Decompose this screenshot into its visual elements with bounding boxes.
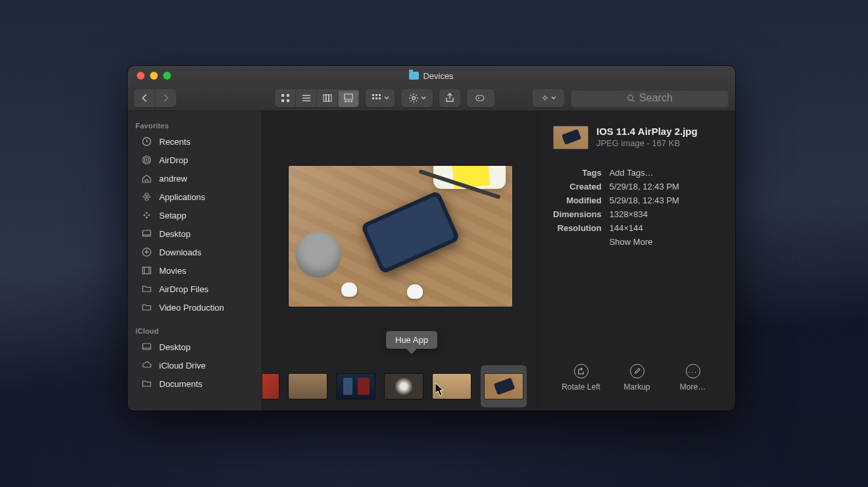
forward-button[interactable]: [155, 90, 176, 107]
sidebar: Favorites Recents AirDrop andrew Applica…: [128, 111, 262, 411]
sidebar-item-label: Recents: [159, 137, 191, 147]
action-button[interactable]: [401, 90, 433, 107]
sidebar-item-video-production[interactable]: Video Production: [128, 298, 262, 317]
svg-rect-10: [345, 94, 352, 99]
sidebar-item-icloud-drive[interactable]: iCloud Drive: [128, 356, 262, 374]
svg-rect-29: [143, 230, 151, 236]
preview-image[interactable]: [289, 166, 512, 307]
svg-rect-21: [476, 95, 484, 101]
share-icon: [445, 93, 455, 103]
chevron-down-icon: [384, 95, 389, 101]
back-button[interactable]: [134, 90, 155, 107]
sidebar-item-icloud-desktop[interactable]: Desktop: [128, 338, 262, 356]
add-tags-field[interactable]: Add Tags…: [610, 168, 721, 178]
clock-icon: [141, 136, 153, 147]
more-actions-button[interactable]: ··· More…: [667, 364, 719, 392]
sidebar-item-home[interactable]: andrew: [128, 169, 262, 188]
sidebar-item-downloads[interactable]: Downloads: [128, 243, 262, 261]
rotate-left-button[interactable]: Rotate Left: [555, 364, 608, 392]
svg-point-20: [412, 97, 415, 100]
search-field[interactable]: Search: [571, 90, 729, 107]
meta-label-dimensions: Dimensions: [553, 209, 602, 219]
arrange-icon: [372, 93, 382, 103]
icon-view-icon: [280, 93, 291, 103]
sidebar-item-applications[interactable]: Applications: [128, 188, 262, 206]
show-more-button[interactable]: Show More: [610, 237, 721, 247]
svg-rect-16: [379, 94, 381, 96]
sidebar-item-airdrop-files[interactable]: AirDrop Files: [128, 280, 262, 298]
gallery-view-button[interactable]: [338, 90, 359, 107]
meta-value-resolution: 144×144: [610, 223, 721, 233]
chevron-right-icon: [160, 93, 171, 103]
sidebar-item-documents[interactable]: Documents: [128, 374, 262, 393]
folder-icon: [409, 72, 419, 80]
sidebar-item-label: Applications: [159, 192, 205, 202]
sidebar-item-label: Video Production: [159, 303, 224, 313]
meta-label-resolution: Resolution: [553, 223, 602, 233]
svg-rect-17: [372, 97, 374, 99]
thumbnail[interactable]: [433, 374, 471, 399]
svg-rect-12: [348, 101, 350, 102]
sidebar-item-label: Movies: [159, 266, 186, 276]
svg-rect-7: [324, 95, 326, 101]
icon-view-button[interactable]: [275, 90, 296, 107]
sidebar-item-setapp[interactable]: Setapp: [128, 206, 262, 224]
sidebar-item-label: Downloads: [159, 247, 201, 257]
quick-action-label: More…: [680, 382, 706, 392]
home-icon: [141, 172, 153, 184]
svg-rect-15: [375, 94, 377, 96]
thumbnail[interactable]: [337, 374, 375, 399]
svg-rect-2: [281, 99, 284, 102]
sidebar-item-label: Documents: [159, 379, 203, 389]
more-icon: ···: [686, 364, 700, 378]
titlebar: Devices: [128, 66, 735, 111]
column-view-button[interactable]: [317, 90, 338, 107]
meta-label-tags: Tags: [553, 168, 602, 178]
cloud-icon: [141, 359, 153, 371]
thumbnail-selected[interactable]: [481, 365, 527, 407]
thumbnail-tooltip: Hue App: [386, 331, 437, 349]
list-view-button[interactable]: [296, 90, 317, 107]
dropbox-button[interactable]: ✧: [533, 90, 564, 107]
toolbar: ✧ Search: [128, 86, 735, 111]
svg-rect-14: [372, 94, 374, 96]
svg-rect-32: [143, 267, 151, 274]
meta-label-created: Created: [553, 182, 602, 192]
window-title-text: Devices: [423, 71, 453, 81]
svg-line-24: [633, 99, 635, 101]
svg-rect-8: [326, 95, 329, 101]
chevron-left-icon: [139, 93, 150, 103]
sidebar-item-label: Desktop: [159, 342, 191, 352]
tags-button[interactable]: [467, 90, 494, 107]
desktop-icon: [141, 341, 153, 353]
sidebar-item-airdrop[interactable]: AirDrop: [128, 151, 262, 169]
sidebar-item-label: Setapp: [159, 211, 186, 220]
svg-rect-18: [375, 97, 377, 99]
sidebar-item-desktop[interactable]: Desktop: [128, 224, 262, 243]
info-pane: IOS 11.4 AirPlay 2.jpg JPEG image - 167 …: [539, 111, 735, 411]
downloads-icon: [141, 246, 153, 258]
svg-rect-11: [345, 101, 347, 102]
metadata-grid: Tags Add Tags… Created 5/29/18, 12:43 PM…: [553, 168, 721, 247]
column-view-icon: [322, 93, 333, 103]
file-type-size: JPEG image - 167 KB: [596, 138, 698, 148]
sidebar-item-label: iCloud Drive: [159, 361, 206, 371]
svg-rect-19: [379, 97, 381, 99]
share-button[interactable]: [439, 90, 460, 107]
search-icon: [627, 94, 635, 103]
quick-action-label: Markup: [623, 382, 650, 392]
markup-icon: [630, 364, 644, 378]
svg-rect-3: [287, 99, 289, 102]
chevron-down-icon: [551, 95, 556, 101]
sidebar-item-recents[interactable]: Recents: [128, 132, 262, 151]
markup-button[interactable]: Markup: [611, 364, 663, 392]
svg-point-23: [628, 95, 633, 100]
thumbnail[interactable]: [289, 374, 327, 399]
quick-action-label: Rotate Left: [562, 382, 600, 392]
arrange-button[interactable]: [366, 90, 395, 107]
thumbnail-strip[interactable]: Hue App: [262, 361, 538, 411]
thumbnail[interactable]: [262, 374, 279, 399]
svg-rect-1: [287, 94, 289, 97]
thumbnail[interactable]: [385, 374, 423, 399]
sidebar-item-movies[interactable]: Movies: [128, 261, 262, 280]
